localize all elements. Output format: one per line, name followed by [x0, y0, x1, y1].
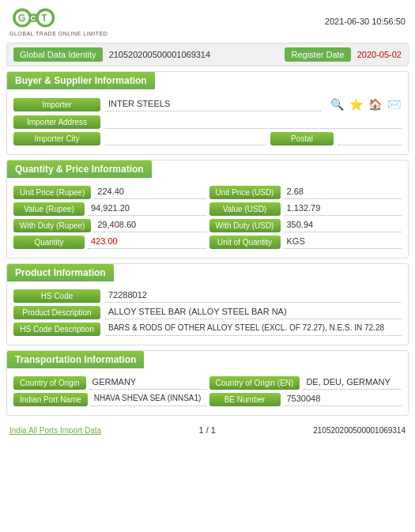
importer-value: INTER STEELS — [105, 97, 321, 111]
mail-icon[interactable]: ✉️ — [386, 96, 402, 112]
unit-price-rupee-value: 224.40 — [94, 185, 206, 199]
buyer-icons: 🔍 ⭐ 🏠 ✉️ — [329, 96, 402, 112]
hs-code-desc-row: HS Code Description BARS & RODS OF OTHER… — [13, 322, 402, 336]
unit-price-usd-value: 2.68 — [284, 185, 402, 199]
with-duty-usd-value: 350.94 — [284, 218, 402, 232]
importer-city-label: Importer City — [13, 132, 100, 145]
gdi-reg-label: Register Date — [285, 47, 350, 62]
hs-code-row: HS Code 72288012 — [13, 289, 402, 303]
postal-label: Postal — [270, 132, 334, 145]
transport-section-title: Transportation Information — [7, 351, 144, 368]
country-origin-label: Country of Origin — [13, 376, 86, 390]
with-duty-usd-pair: With Duty (USD) 350.94 — [209, 218, 402, 232]
product-desc-value: ALLOY STEEL BAR (ALLOY STEEL BAR NA) — [105, 305, 402, 319]
country-origin-en-value: DE, DEU, GERMANY — [303, 375, 402, 390]
hs-code-label: HS Code — [13, 289, 100, 303]
logo-tagline: GLOBAL TRADE ONLINE LIMITED — [9, 31, 108, 36]
logo-container: G T C GLOBAL TRADE ONLINE LIMITED — [9, 6, 108, 36]
country-origin-en-pair: Country of Origin (EN) DE, DEU, GERMANY — [209, 375, 402, 390]
quantity-value: 423.00 — [88, 235, 206, 249]
country-origin-pair: Country of Origin GERMANY — [13, 375, 206, 390]
importer-address-value — [105, 115, 402, 129]
value-usd-pair: Value (USD) 1,132.79 — [209, 202, 402, 216]
footer-link[interactable]: India All Ports Import Data — [9, 426, 101, 435]
importer-label: Importer — [13, 98, 100, 111]
indian-port-label: Indian Port Name — [13, 393, 88, 406]
with-duty-rupee-pair: With Duty (Rupee) 29,408.60 — [13, 218, 206, 232]
hs-code-desc-value: BARS & RODS OF OTHER ALLOY STEEL (EXCL. … — [105, 322, 402, 336]
unit-price-usd-pair: Unit Price (USD) 2.68 — [209, 185, 402, 199]
with-duty-usd-label: With Duty (USD) — [209, 219, 281, 232]
country-origin-en-label: Country of Origin (EN) — [209, 376, 300, 390]
footer-pagination: 1 / 1 — [198, 425, 215, 435]
be-number-pair: BE Number 7530048 — [209, 392, 402, 406]
unit-price-row: Unit Price (Rupee) 224.40 Unit Price (US… — [13, 185, 402, 199]
be-number-value: 7530048 — [284, 392, 402, 406]
svg-text:G: G — [18, 13, 25, 24]
importer-city-value — [105, 131, 266, 145]
buyer-section: Buyer & Supplier Information Importer IN… — [6, 71, 409, 155]
quantity-row: Quantity 423.00 Unit of Quantity KGS — [13, 235, 402, 249]
gdi-reg-value: 2020-05-02 — [357, 50, 402, 59]
header: G T C GLOBAL TRADE ONLINE LIMITED 2021-0… — [0, 0, 415, 40]
unit-of-quantity-label: Unit of Quantity — [209, 236, 281, 249]
with-duty-row: With Duty (Rupee) 29,408.60 With Duty (U… — [13, 218, 402, 232]
product-desc-label: Product Description — [13, 306, 100, 319]
unit-price-rupee-pair: Unit Price (Rupee) 224.40 — [13, 185, 206, 199]
product-section: Product Information HS Code 72288012 Pro… — [6, 263, 409, 345]
hs-code-desc-label: HS Code Description — [13, 323, 100, 336]
country-origin-row: Country of Origin GERMANY Country of Ori… — [13, 375, 402, 390]
product-desc-row: Product Description ALLOY STEEL BAR (ALL… — [13, 305, 402, 319]
importer-city-row: Importer City Postal — [13, 131, 402, 145]
value-rupee-value: 94,921.20 — [88, 202, 206, 216]
unit-of-quantity-value: KGS — [284, 235, 402, 249]
quantity-label: Quantity — [13, 236, 85, 249]
logo-icon: G T C — [9, 6, 65, 30]
importer-address-row: Importer Address — [13, 115, 402, 129]
buyer-section-title: Buyer & Supplier Information — [7, 72, 155, 89]
gdi-label: Global Data Identity — [13, 47, 103, 62]
footer: India All Ports Import Data 1 / 1 210520… — [0, 421, 415, 440]
unit-price-rupee-label: Unit Price (Rupee) — [13, 186, 91, 199]
country-origin-value: GERMANY — [89, 375, 206, 390]
quantity-pair: Quantity 423.00 — [13, 235, 206, 249]
value-usd-value: 1,132.79 — [284, 202, 402, 216]
quantity-section: Quantity & Price Information Unit Price … — [6, 160, 409, 258]
gdi-bar: Global Data Identity 2105202005000010693… — [6, 43, 409, 66]
value-usd-label: Value (USD) — [209, 202, 281, 216]
be-number-label: BE Number — [209, 393, 281, 406]
search-icon[interactable]: 🔍 — [329, 96, 345, 112]
product-section-title: Product Information — [7, 264, 114, 281]
unit-price-usd-label: Unit Price (USD) — [209, 186, 281, 199]
footer-record-id: 210520200500001069314 — [313, 426, 406, 435]
importer-row: Importer INTER STEELS 🔍 ⭐ 🏠 ✉️ — [13, 96, 402, 112]
value-rupee-pair: Value (Rupee) 94,921.20 — [13, 202, 206, 216]
importer-address-label: Importer Address — [13, 115, 100, 129]
unit-of-quantity-pair: Unit of Quantity KGS — [209, 235, 402, 249]
star-icon[interactable]: ⭐ — [348, 96, 364, 112]
home-icon[interactable]: 🏠 — [367, 96, 383, 112]
with-duty-rupee-label: With Duty (Rupee) — [13, 219, 91, 232]
port-row: Indian Port Name NHAVA SHEVA SEA (INNSA1… — [13, 392, 402, 406]
quantity-section-title: Quantity & Price Information — [7, 160, 152, 178]
timestamp: 2021-06-30 10:56:50 — [325, 17, 406, 26]
indian-port-pair: Indian Port Name NHAVA SHEVA SEA (INNSA1… — [13, 392, 206, 406]
hs-code-value: 72288012 — [105, 289, 402, 303]
transport-section: Transportation Information Country of Or… — [6, 350, 409, 416]
gdi-value: 210520200500001069314 — [109, 50, 279, 59]
svg-text:T: T — [41, 13, 47, 24]
with-duty-rupee-value: 29,408.60 — [94, 218, 206, 232]
value-row: Value (Rupee) 94,921.20 Value (USD) 1,13… — [13, 202, 402, 216]
postal-value — [338, 131, 402, 145]
indian-port-value: NHAVA SHEVA SEA (INNSA1) — [91, 392, 206, 406]
value-rupee-label: Value (Rupee) — [13, 202, 85, 216]
svg-text:C: C — [30, 13, 36, 22]
